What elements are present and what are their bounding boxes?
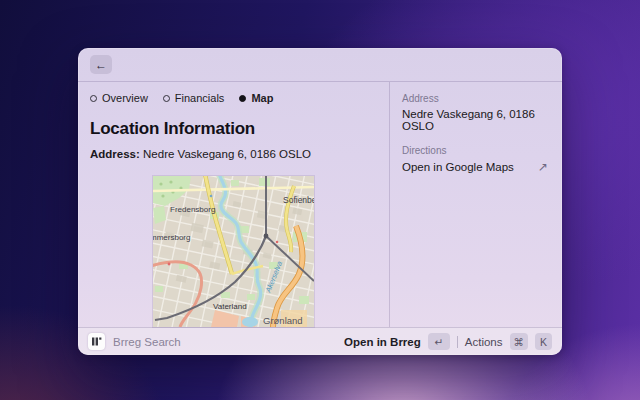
details-sidebar: Address Nedre Vaskegang 6, 0186 OSLO Dir… [390,82,562,327]
k-key-icon: K [535,333,552,350]
window-toolbar: ← [78,48,562,81]
external-link-icon: ↗ [538,160,548,174]
tab-overview[interactable]: Overview [90,92,148,104]
map-label-vaterland: Vaterland [213,302,247,311]
app-window: ← Overview Financials Map [78,48,562,355]
map-label-fredensborg: Fredensborg [170,205,215,214]
brreg-logo-icon [88,333,105,350]
open-google-maps-row[interactable]: Open in Google Maps ↗ [402,160,548,174]
command-key-icon: ⌘ [510,333,529,350]
action-bar: Brreg Search Open in Brreg ↵ Actions ⌘ K [78,327,562,355]
radio-selected-icon [239,95,246,102]
main-panel: Overview Financials Map Location Informa… [78,82,389,327]
search-input[interactable]: Brreg Search [113,336,181,348]
address-line: Address: Nedre Vaskegang 6, 0186 OSLO [90,148,389,160]
return-key-icon: ↵ [428,333,450,350]
page-title: Location Information [90,119,389,139]
sidebar-directions-label: Directions [402,145,548,156]
open-google-maps-link[interactable]: Open in Google Maps [402,161,514,173]
actions-button[interactable]: Actions [465,336,503,348]
back-arrow-icon: ← [95,58,107,72]
view-tabs: Overview Financials Map [90,92,389,104]
back-button[interactable]: ← [90,55,112,74]
sidebar-address-label: Address [402,93,548,104]
map-label-sofienberg: Sofienberg [283,195,314,205]
footer-divider [457,336,458,348]
map-label-hammersborg: mmersborg [153,233,190,242]
map-label-gronland: Grønland [263,315,303,326]
tab-map[interactable]: Map [239,92,273,104]
radio-unselected-icon [163,95,170,102]
open-in-brreg-button[interactable]: Open in Brreg [344,336,421,348]
radio-unselected-icon [90,95,97,102]
sidebar-address-value: Nedre Vaskegang 6, 0186 OSLO [402,108,548,132]
map-image[interactable]: Fredensborg mmersborg Sofienberg Vaterla… [153,176,314,327]
tab-financials[interactable]: Financials [163,92,225,104]
